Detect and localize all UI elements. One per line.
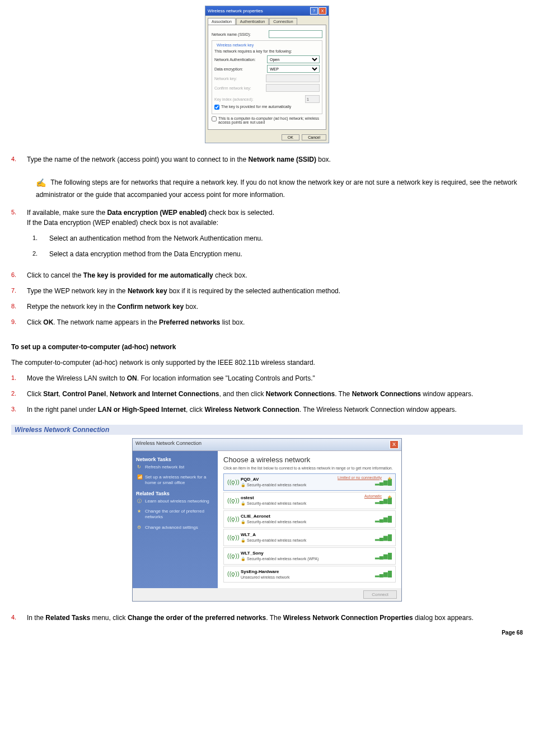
enc-label: Data encryption: <box>214 67 267 71</box>
autokey-label: The key is provided for me automatically <box>221 105 291 109</box>
antenna-icon: ((ǫ)) <box>227 497 237 504</box>
network-name: ostest <box>241 495 372 500</box>
network-item[interactable]: ((ǫ)) PQD_AV 🔒Security-enabled wireless … <box>223 473 396 491</box>
signal-icon: ▂▄▆█ <box>375 534 392 541</box>
heading-adhoc: To set up a computer-to-computer (ad-hoc… <box>11 343 523 351</box>
side-item-setup[interactable]: 📶Set up a wireless network for a home or… <box>137 475 214 486</box>
help-button[interactable]: ? <box>310 7 318 15</box>
tab-connection[interactable]: Connection <box>269 18 297 25</box>
antenna-icon: ((ǫ)) <box>227 534 237 541</box>
step-7: 7. Type the WEP network key in the Netwo… <box>11 286 523 296</box>
step-c4: 4. In the Related Tasks menu, click Chan… <box>11 613 523 623</box>
close-button[interactable]: X <box>318 7 326 15</box>
key-label: Network key: <box>214 77 266 81</box>
network-list: ((ǫ)) PQD_AV 🔒Security-enabled wireless … <box>223 473 396 583</box>
network-name: WLT_Sony <box>241 551 372 556</box>
para-adhoc: The computer-to-computer (ad-hoc) networ… <box>11 358 523 368</box>
antenna-icon: ((ǫ)) <box>227 478 237 486</box>
tab-association[interactable]: Association <box>208 18 236 25</box>
wnc-sidebar: Network Tasks ↻Refresh network list 📶Set… <box>133 451 218 588</box>
network-desc: 🔒Security-enabled wireless network <box>241 501 372 506</box>
auth-select[interactable]: Open <box>267 55 320 63</box>
lock-icon: 🔒 <box>241 557 246 561</box>
lock-icon: 🔒 <box>241 483 246 487</box>
dialog-titlebar: Wireless network properties ? X <box>205 6 329 16</box>
index-label: Key index (advanced): <box>214 97 305 101</box>
enc-select[interactable]: WEP <box>267 65 320 73</box>
side-head-related-tasks: Related Tasks <box>136 491 214 496</box>
fieldset-title: Wireless network key <box>216 43 255 47</box>
step-4: 4. Type the name of the network (access … <box>11 154 523 165</box>
network-desc: Unsecured wireless network <box>241 575 372 579</box>
wnc-title-text: Wireless Network Connection <box>135 440 202 449</box>
network-desc: 🔒Security-enabled wireless network <box>241 538 372 543</box>
key-input <box>266 74 320 82</box>
adhoc-label: This is a computer-to-computer (ad hoc) … <box>218 116 322 124</box>
wnc-dialog: Wireless Network Connection X Network Ta… <box>132 438 402 602</box>
network-item[interactable]: ((ǫ)) ostest 🔒Security-enabled wireless … <box>223 492 396 509</box>
dialog-title: Wireless network properties <box>208 8 263 13</box>
lock-icon: 🔒 <box>241 520 246 524</box>
wnc-titlebar: Wireless Network Connection X <box>133 439 401 451</box>
antenna-icon: ((ǫ)) <box>227 552 237 560</box>
note: ✍ The following steps are for networks t… <box>36 177 523 200</box>
step-b2: 2. Click Start, Control Panel, Network a… <box>11 389 523 399</box>
network-status: Limited or no connectivity <box>338 476 382 480</box>
step-b1: 1. Move the Wireless LAN switch to ON. F… <box>11 373 523 383</box>
network-name: SysEng-Hardware <box>241 569 372 574</box>
cancel-button[interactable]: Cancel <box>302 134 326 140</box>
lock-icon: 🔒 <box>241 538 246 542</box>
index-input <box>305 95 320 103</box>
wnc-main-sub: Click an item in the list below to conne… <box>223 466 396 470</box>
star-icon: ★ <box>387 494 392 500</box>
wireless-properties-dialog: Wireless network properties ? X Associat… <box>205 6 329 143</box>
info-icon: ⓘ <box>137 499 143 504</box>
network-item[interactable]: ((ǫ)) WLT_A 🔒Security-enabled wireless n… <box>223 529 396 546</box>
ssid-input[interactable] <box>269 30 322 38</box>
note-icon: ✍ <box>36 177 46 190</box>
network-item[interactable]: ((ǫ)) SysEng-Hardware Unsecured wireless… <box>223 566 396 583</box>
ok-button[interactable]: OK <box>282 134 299 140</box>
gear-icon: ⚙ <box>137 525 143 530</box>
network-item[interactable]: ((ǫ)) CLIE_Aeronet 🔒Security-enabled wir… <box>223 510 396 528</box>
side-item-advanced[interactable]: ⚙Change advanced settings <box>137 525 214 530</box>
star-icon: ★ <box>387 476 392 481</box>
side-item-learn[interactable]: ⓘLearn about wireless networking <box>137 499 214 504</box>
network-status: Automatic <box>364 494 382 498</box>
page-number: Page 68 <box>11 630 523 636</box>
network-desc: 🔒Security-enabled wireless network <box>241 520 372 524</box>
network-name: WLT_A <box>241 532 372 537</box>
auth-label: Network Authentication: <box>214 58 267 62</box>
adhoc-checkbox[interactable] <box>212 116 217 121</box>
network-item[interactable]: ((ǫ)) WLT_Sony 🔒Security-enabled wireles… <box>223 547 396 565</box>
confirm-label: Confirm network key: <box>214 86 266 90</box>
wnc-close-button[interactable]: X <box>390 440 399 449</box>
caption-wnc: Wireless Network Connection <box>11 425 523 435</box>
refresh-icon: ↻ <box>137 464 143 470</box>
signal-icon: ▂▄▆█ <box>375 571 392 577</box>
network-desc: 🔒Security-enabled wireless network <box>241 483 372 487</box>
lock-icon: 🔒 <box>241 501 246 505</box>
autokey-checkbox[interactable] <box>214 105 219 110</box>
step-6: 6. Click to cancel the The key is provid… <box>11 270 523 280</box>
antenna-icon: 📶 <box>137 475 143 480</box>
connect-button[interactable]: Connect <box>363 590 397 599</box>
network-desc: 🔒Security-enabled wireless network (WPA) <box>241 557 372 561</box>
side-head-network-tasks: Network Tasks <box>136 457 214 462</box>
ssid-label: Network name (SSID): <box>212 32 269 36</box>
network-name: CLIE_Aeronet <box>241 514 372 519</box>
wnc-main-heading: Choose a wireless network <box>223 456 396 464</box>
tab-authentication[interactable]: Authentication <box>236 18 269 25</box>
confirm-input <box>266 84 320 92</box>
tabs: Association Authentication Connection <box>205 16 329 25</box>
side-item-refresh[interactable]: ↻Refresh network list <box>137 464 214 470</box>
antenna-icon: ((ǫ)) <box>227 570 237 577</box>
signal-icon: ▂▄▆█ <box>375 553 392 559</box>
antenna-icon: ((ǫ)) <box>227 515 237 523</box>
star-icon: ★ <box>137 509 143 514</box>
fieldset-desc: This network requires a key for the foll… <box>214 49 320 53</box>
step-5: 5. If available, make sure the Data encr… <box>11 208 523 265</box>
step-8: 8. Retype the network key in the Confirm… <box>11 302 523 312</box>
step-9: 9. Click OK. The network name appears in… <box>11 317 523 327</box>
side-item-order[interactable]: ★Change the order of preferred networks <box>137 509 214 520</box>
